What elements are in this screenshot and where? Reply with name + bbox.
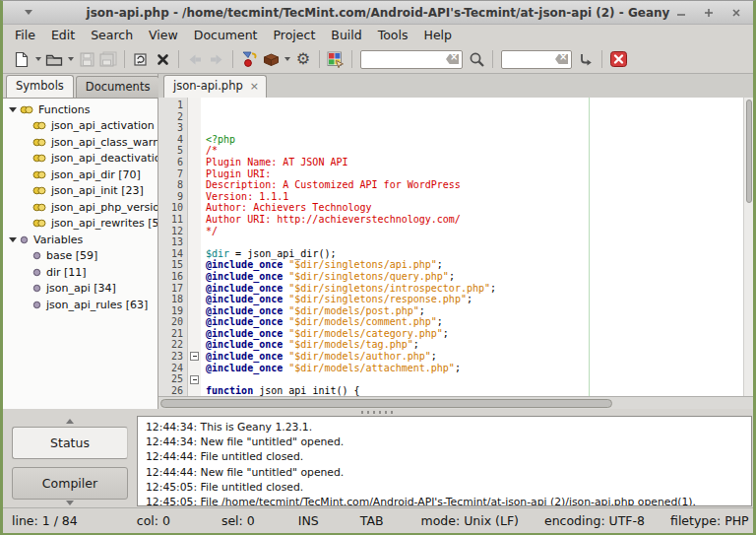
code-line: @include_once "$dir/models/author.php"; bbox=[206, 351, 743, 363]
code-line: /* bbox=[206, 145, 743, 157]
log-line: 12:45:05: File untitled closed. bbox=[146, 480, 751, 495]
line-number-gutter: 1234567891011121314151617181920212223242… bbox=[158, 98, 188, 396]
splitter-grip-icon bbox=[361, 411, 395, 414]
symbol-item[interactable]: json_api_activation [45] bbox=[3, 118, 158, 135]
fold-marker-icon[interactable] bbox=[190, 375, 199, 384]
menu-bar: FileEditSearchViewDocumentProjectBuildTo… bbox=[3, 25, 753, 45]
status-segment: sel: 0 bbox=[221, 513, 255, 528]
panel-tab-compiler[interactable]: Compiler bbox=[12, 467, 128, 500]
code-line: Plugin Name: AT JSON API bbox=[206, 157, 743, 168]
sidebar-tabs: SymbolsDocuments bbox=[3, 74, 158, 98]
code-line: @include_once "$dir/models/post.php"; bbox=[206, 305, 743, 317]
fold-margin[interactable] bbox=[188, 98, 201, 396]
close-button[interactable] bbox=[729, 6, 743, 20]
method-icon bbox=[32, 186, 46, 195]
menu-project[interactable]: Project bbox=[266, 26, 324, 44]
close-file-button[interactable] bbox=[152, 47, 173, 71]
code-line: Author: Achievers Technology bbox=[206, 202, 743, 214]
open-folder-icon bbox=[45, 52, 63, 67]
build-dropdown[interactable] bbox=[282, 47, 292, 71]
tab-close-icon[interactable]: × bbox=[250, 82, 259, 91]
open-file-dropdown[interactable] bbox=[65, 47, 76, 71]
maximize-button[interactable] bbox=[702, 6, 716, 20]
code-area[interactable]: <?php/*Plugin Name: AT JSON APIPlugin UR… bbox=[201, 98, 743, 396]
symbol-item[interactable]: dir [11] bbox=[3, 264, 158, 281]
code-line: @include_once "$dir/models/category.php"… bbox=[206, 328, 743, 340]
tabs-scroll-up[interactable] bbox=[6, 415, 134, 424]
menu-build[interactable]: Build bbox=[323, 26, 369, 44]
panel-tab-status[interactable]: Status bbox=[12, 427, 128, 459]
execute-button[interactable]: ⚙ bbox=[292, 47, 314, 71]
fold-marker-icon[interactable] bbox=[190, 352, 199, 361]
build-brick-icon bbox=[262, 52, 281, 67]
symbol-item[interactable]: json_api_deactivation [52] bbox=[3, 151, 158, 167]
revert-button[interactable] bbox=[130, 47, 152, 71]
goto-line-button[interactable] bbox=[575, 47, 597, 71]
document-tab[interactable]: json-api.php × bbox=[163, 75, 267, 98]
symbol-group[interactable]: Variables bbox=[3, 232, 158, 248]
save-all-button[interactable] bbox=[97, 47, 119, 71]
navigate-back-button[interactable] bbox=[184, 47, 206, 71]
message-panel: StatusCompiler 12:44:34: This is Geany 1… bbox=[3, 415, 753, 507]
symbol-item[interactable]: json_api_rules [63] bbox=[3, 297, 158, 313]
symbol-item[interactable]: json_api_php_version_warnin bbox=[3, 199, 158, 216]
symbol-group[interactable]: Functions bbox=[3, 101, 158, 118]
search-button[interactable] bbox=[466, 47, 487, 71]
code-editor[interactable]: 1234567891011121314151617181920212223242… bbox=[158, 98, 753, 396]
build-button[interactable] bbox=[260, 47, 282, 71]
code-line: @include_once "$dir/singletons/query.php… bbox=[206, 271, 743, 283]
log-line: 12:44:44: New file "untitled" opened. bbox=[146, 465, 751, 480]
minimize-button[interactable] bbox=[674, 6, 688, 20]
code-line: <?php bbox=[206, 134, 743, 146]
code-line: Author URI: http://achieverstechnology.c… bbox=[206, 214, 743, 226]
save-button[interactable] bbox=[76, 47, 97, 71]
color-chooser-icon bbox=[327, 51, 345, 68]
message-panel-tabs: StatusCompiler bbox=[3, 415, 137, 507]
new-file-button[interactable] bbox=[11, 47, 32, 71]
log-line: 12:44:34: New file "untitled" opened. bbox=[146, 435, 751, 449]
menu-document[interactable]: Document bbox=[186, 26, 266, 44]
quit-button[interactable] bbox=[607, 47, 629, 71]
navigate-forward-button[interactable] bbox=[206, 47, 227, 71]
code-line: Plugin URI: bbox=[206, 168, 743, 180]
editor-horizontal-scrollbar[interactable] bbox=[158, 396, 753, 409]
new-file-icon bbox=[15, 51, 29, 68]
sidebar-tab-symbols[interactable]: Symbols bbox=[6, 75, 74, 98]
symbol-item[interactable]: json_api_class_warning [41] bbox=[3, 134, 158, 151]
method-icon bbox=[32, 170, 46, 179]
editor-vertical-scrollbar[interactable] bbox=[743, 98, 753, 396]
method-icon bbox=[20, 105, 33, 114]
expander-icon bbox=[9, 237, 17, 246]
open-file-button[interactable] bbox=[43, 47, 65, 71]
jump-arrow-icon bbox=[578, 52, 594, 67]
menu-tools[interactable]: Tools bbox=[370, 26, 416, 44]
code-line: @include_once "$dir/singletons/response.… bbox=[206, 294, 743, 305]
up-arrow-icon bbox=[66, 415, 74, 424]
expander-icon bbox=[9, 107, 17, 116]
symbol-item[interactable]: json_api_rewrites [58] bbox=[3, 216, 158, 233]
forward-arrow-icon bbox=[209, 53, 224, 66]
symbol-item[interactable]: json_api_dir [70] bbox=[3, 167, 158, 183]
search-icon bbox=[469, 51, 485, 68]
geany-window: json-api.php - /home/tecmint/TecMint.com… bbox=[0, 0, 756, 535]
color-chooser-button[interactable] bbox=[325, 47, 346, 71]
window-title: json-api.php - /home/tecmint/TecMint.com… bbox=[3, 6, 753, 20]
new-file-dropdown[interactable] bbox=[32, 47, 43, 71]
compile-button[interactable] bbox=[238, 47, 260, 71]
menu-help[interactable]: Help bbox=[416, 26, 461, 44]
status-segment: mode: Unix (LF) bbox=[421, 513, 519, 528]
status-bar: line: 1 / 84col: 0sel: 0INSTABmode: Unix… bbox=[3, 507, 753, 533]
goto-line-entry[interactable] bbox=[501, 50, 572, 69]
menu-view[interactable]: View bbox=[141, 26, 186, 44]
search-entry[interactable] bbox=[360, 50, 463, 69]
symbol-item[interactable]: base [59] bbox=[3, 248, 158, 265]
menu-search[interactable]: Search bbox=[83, 26, 141, 44]
variable-icon bbox=[32, 301, 41, 309]
symbol-item[interactable]: json_api_init [23] bbox=[3, 183, 158, 200]
symbol-item[interactable]: json_api [34] bbox=[3, 281, 158, 298]
method-icon bbox=[32, 219, 46, 228]
menu-edit[interactable]: Edit bbox=[43, 26, 83, 44]
compile-icon bbox=[240, 50, 259, 68]
menu-file[interactable]: File bbox=[7, 26, 43, 44]
sidebar-tab-documents[interactable]: Documents bbox=[76, 76, 160, 98]
